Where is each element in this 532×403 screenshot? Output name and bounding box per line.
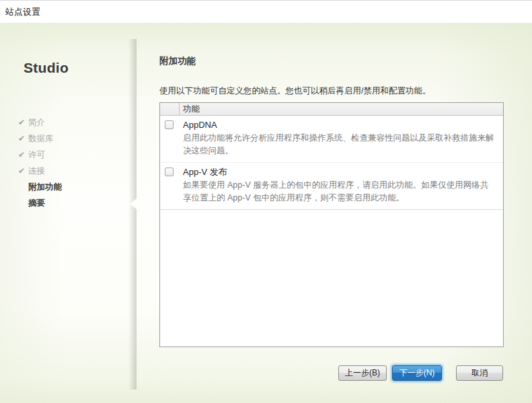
sidebar-step-summary: 摘要: [18, 195, 137, 211]
check-icon: ✔: [18, 135, 28, 143]
appv-checkbox[interactable]: [165, 168, 174, 176]
step-label: 简介: [28, 117, 45, 129]
feature-description: 启用此功能将允许分析应用程序和操作系统、检查兼容性问题以及采取补救措施来解决这些…: [183, 132, 495, 157]
feature-row-appv-publishing[interactable]: App-V 发布 如果要使用 App-V 服务器上的包中的应用程序，请启用此功能…: [160, 162, 503, 209]
feature-name: App-V 发布: [183, 166, 495, 178]
page-description: 使用以下功能可自定义您的站点。您也可以稍后再启用/禁用和配置功能。: [159, 85, 532, 97]
sidebar-step-connection: ✔ 连接: [18, 163, 137, 179]
feature-row-text: AppDNA 启用此功能将允许分析应用程序和操作系统、检查兼容性问题以及采取补救…: [183, 119, 495, 157]
step-label: 许可: [28, 149, 45, 161]
step-label: 摘要: [28, 198, 45, 209]
sidebar-step-database: ✔ 数据库: [18, 131, 137, 147]
wizard-content: 附加功能 使用以下功能可自定义您的站点。您也可以稍后再启用/禁用和配置功能。 功…: [137, 23, 532, 403]
next-button[interactable]: 下一步(N): [392, 365, 442, 381]
step-label: 附加功能: [28, 182, 62, 193]
wizard-body: Studio ✔ 简介 ✔ 数据库 ✔ 许可 ✔ 连接: [0, 23, 532, 403]
step-label: 数据库: [28, 133, 54, 145]
check-icon: ✔: [18, 167, 28, 175]
feature-row-text: App-V 发布 如果要使用 App-V 服务器上的包中的应用程序，请启用此功能…: [183, 166, 495, 205]
feature-name: AppDNA: [183, 119, 495, 131]
row-divider: [160, 209, 503, 210]
wizard-step-list: ✔ 简介 ✔ 数据库 ✔ 许可 ✔ 连接 附加功能: [0, 114, 137, 211]
wizard-footer: 上一步(B) 下一步(N) 取消: [338, 365, 503, 381]
wizard-sidebar: Studio ✔ 简介 ✔ 数据库 ✔ 许可 ✔ 连接: [0, 23, 137, 403]
features-table: 功能 AppDNA 启用此功能将允许分析应用程序和操作系统、检查兼容性问题以及采…: [159, 102, 504, 347]
sidebar-edge-shadow: [128, 39, 137, 390]
appdna-checkbox[interactable]: [165, 120, 174, 129]
sidebar-step-introduction: ✔ 简介: [18, 114, 137, 131]
window-title: 站点设置: [5, 6, 40, 18]
check-icon: ✔: [18, 151, 28, 159]
feature-row-appdna[interactable]: AppDNA 启用此功能将允许分析应用程序和操作系统、检查兼容性问题以及采取补救…: [160, 116, 503, 162]
step-label: 连接: [28, 166, 45, 177]
page-title: 附加功能: [159, 55, 532, 67]
cancel-button[interactable]: 取消: [456, 365, 503, 381]
back-button[interactable]: 上一步(B): [338, 365, 387, 381]
sidebar-step-licensing: ✔ 许可: [18, 147, 137, 163]
title-bar: 站点设置: [0, 1, 532, 23]
checkbox-column-header: [160, 103, 180, 115]
table-header-row: 功能: [160, 103, 503, 116]
check-icon: ✔: [18, 118, 28, 126]
current-step-pointer-arrow: [130, 198, 137, 209]
studio-logo: Studio: [24, 60, 137, 76]
feature-description: 如果要使用 App-V 服务器上的包中的应用程序，请启用此功能。如果仅使用网络共…: [183, 179, 495, 205]
site-setup-dialog: 站点设置 Studio ✔ 简介 ✔ 数据库 ✔ 许可 ✔ 连: [0, 0, 532, 403]
sidebar-step-additional-features: 附加功能: [18, 179, 137, 195]
feature-column-header: 功能: [180, 103, 200, 115]
